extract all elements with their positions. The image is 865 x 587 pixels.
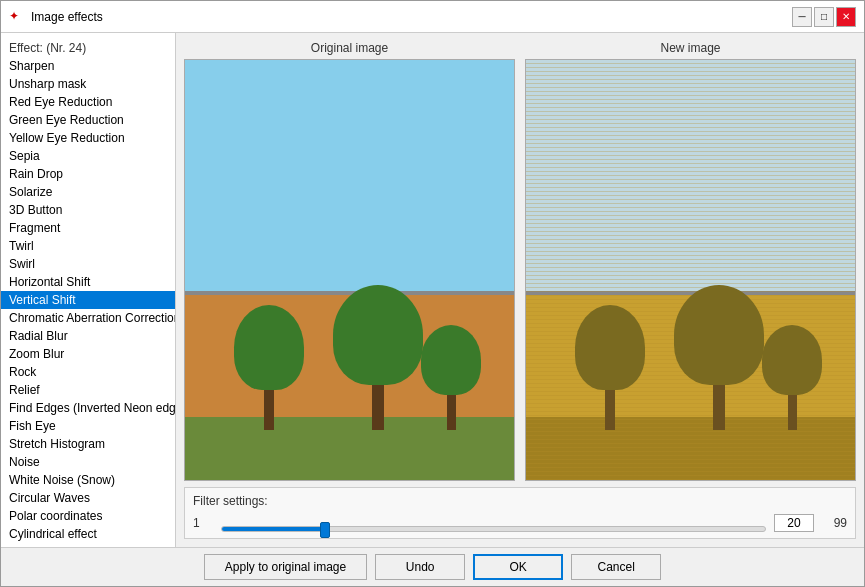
original-sky [185,60,514,291]
original-image-frame [184,59,515,481]
effect-list-item[interactable]: Rain Drop [1,165,175,183]
content-area: Effect: (Nr. 24) BlurGaussian BlurFast G… [1,33,864,547]
images-row: Original image [184,41,856,481]
filter-settings: Filter settings: 1 99 [184,487,856,539]
right-panel: Original image [176,33,864,547]
new-scene [526,60,855,480]
tree-1 [234,305,304,430]
slider-fill [222,527,325,531]
original-scene [185,60,514,480]
effect-list-item[interactable]: Polar coordinates [1,507,175,525]
effect-list-item[interactable]: Sharpen [1,57,175,75]
slider-row: 1 99 [193,514,847,532]
effect-list-item[interactable]: Find Edges (Inverted Neon edge) [1,399,175,417]
effect-list-item[interactable]: Green Eye Reduction [1,111,175,129]
main-window: ✦ Image effects ─ □ ✕ Effect: (Nr. 24) B… [0,0,865,587]
bottom-bar: Apply to original image Undo OK Cancel [1,547,864,586]
slider-thumb[interactable] [320,522,330,538]
slider-track[interactable] [221,526,766,532]
new-image-label: New image [660,41,720,55]
tree-3 [421,325,481,430]
cancel-button[interactable]: Cancel [571,554,661,580]
apply-button[interactable]: Apply to original image [204,554,367,580]
effect-number: (Nr. 24) [46,41,86,55]
title-bar-left: ✦ Image effects [9,9,103,25]
app-icon: ✦ [9,9,25,25]
original-image-label: Original image [311,41,388,55]
effect-list-item[interactable]: White Noise (Snow) [1,471,175,489]
effect-list-item[interactable]: Cylindrical effect [1,525,175,543]
tree-2 [333,285,423,430]
effect-list-item[interactable]: Swirl [1,255,175,273]
effect-list-item[interactable]: Stretch Histogram [1,435,175,453]
new-tree-1 [575,305,645,430]
maximize-button[interactable]: □ [814,7,834,27]
effect-list-item[interactable]: Solarize [1,183,175,201]
close-button[interactable]: ✕ [836,7,856,27]
filter-settings-label: Filter settings: [193,494,847,508]
new-image-container: New image [525,41,856,481]
slider-min: 1 [193,516,213,530]
new-image-frame [525,59,856,481]
effect-list-item[interactable]: Fragment [1,219,175,237]
effect-list-item[interactable]: Horizontal Shift [1,273,175,291]
effect-list-item[interactable]: Noise [1,453,175,471]
effect-list-item[interactable]: Rock [1,363,175,381]
effect-list-item[interactable]: Vertical Shift [1,291,175,309]
minimize-button[interactable]: ─ [792,7,812,27]
effect-list-item[interactable]: Fish Eye [1,417,175,435]
effect-list-item[interactable]: Yellow Eye Reduction [1,129,175,147]
effect-list-item[interactable]: Radial Blur [1,327,175,345]
slider-max: 99 [822,516,847,530]
effect-label-row: Effect: (Nr. 24) [1,37,175,57]
slider-value-input[interactable] [774,514,814,532]
effect-list-item[interactable]: Sepia [1,147,175,165]
effect-list-item[interactable]: Relief [1,381,175,399]
effect-list-item[interactable]: Twirl [1,237,175,255]
title-bar-buttons: ─ □ ✕ [792,7,856,27]
effect-list-item[interactable]: Chromatic Aberration Correction [1,309,175,327]
title-bar: ✦ Image effects ─ □ ✕ [1,1,864,33]
effect-list-item[interactable]: Circular Waves [1,489,175,507]
slider-container [221,518,766,532]
effect-label: Effect: [9,41,43,55]
ok-button[interactable]: OK [473,554,563,580]
effect-list[interactable]: BlurGaussian BlurFast Gaussian BlurBlur … [1,57,175,543]
effect-list-item[interactable]: Red Eye Reduction [1,93,175,111]
window-title: Image effects [31,10,103,24]
new-tree-3 [762,325,822,430]
effect-list-item[interactable]: Unsharp mask [1,75,175,93]
new-tree-2 [674,285,764,430]
effect-list-item[interactable]: 3D Button [1,201,175,219]
undo-button[interactable]: Undo [375,554,465,580]
effect-list-item[interactable]: Zoom Blur [1,345,175,363]
original-image-container: Original image [184,41,515,481]
left-panel: Effect: (Nr. 24) BlurGaussian BlurFast G… [1,33,176,547]
